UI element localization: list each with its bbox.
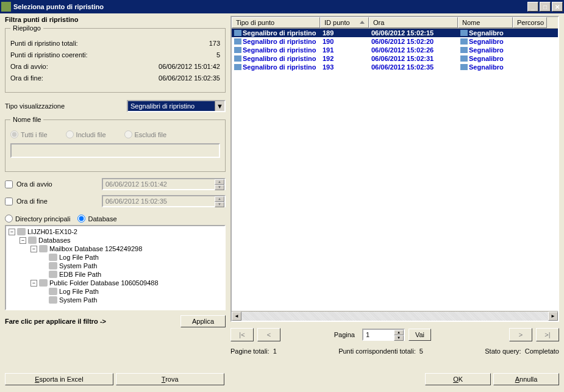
window-title: Seleziona punto di ripristino (13, 3, 527, 10)
collapse-icon[interactable]: − (30, 280, 37, 287)
col-header-id[interactable]: ID punto (320, 17, 369, 28)
end-time-input: 06/06/2012 15:02:35 ▲▼ (102, 195, 226, 207)
matching-points-value: 5 (419, 347, 423, 355)
maximize-button[interactable]: □ (540, 2, 551, 12)
cancel-button[interactable]: Annulla (493, 373, 559, 385)
spinner-down-icon[interactable]: ▼ (394, 335, 404, 341)
cell-tipo: Segnalibro di ripristino (243, 29, 316, 37)
next-page-button[interactable]: > (509, 328, 532, 341)
include-files-radio: Includi file (66, 130, 106, 138)
cell-tipo: Segnalibro di ripristino (243, 46, 316, 54)
page-number-input[interactable]: 1 ▲▼ (362, 329, 405, 341)
filename-legend: Nome file (10, 116, 43, 123)
find-button[interactable]: Trova (116, 373, 224, 385)
chevron-down-icon: ▼ (215, 101, 224, 111)
page-label: Pagina (284, 331, 359, 338)
query-status-value: Completato (525, 347, 559, 355)
bookmark-icon (234, 47, 241, 53)
go-button[interactable]: Vai (409, 329, 431, 341)
cell-tipo: Segnalibro di ripristino (243, 55, 316, 62)
summary-legend: Riepilogo (10, 24, 43, 32)
last-page-button[interactable]: >| (536, 328, 559, 341)
view-type-label: Tipo visualizzazione (5, 102, 127, 110)
cell-nome: Segnalibro (469, 29, 504, 37)
tree-leaf-logpath[interactable]: Log File Path (7, 253, 223, 262)
table-row[interactable]: Segnalibro di ripristino18906/06/2012 15… (232, 29, 558, 37)
cell-ora: 06/06/2012 15:02:31 (369, 54, 458, 63)
titlebar: Seleziona punto di ripristino _ □ ✕ (0, 0, 564, 13)
end-time-value: 06/06/2012 15:02:35 (159, 74, 220, 82)
tree-leaf-syspath[interactable]: System Path (7, 262, 223, 270)
database-icon (49, 296, 57, 304)
tree-node-server[interactable]: −LIJZH01-EX10-2 (7, 227, 223, 236)
database-icon (49, 254, 57, 261)
total-pages-value: 1 (273, 347, 277, 355)
start-time-checkbox[interactable] (5, 180, 13, 188)
total-pages-label: Pagine totali: (230, 347, 270, 355)
table-row[interactable]: Segnalibro di ripristino19006/06/2012 15… (232, 37, 558, 46)
cell-percorso (513, 63, 547, 71)
pagination-bar: |< < Pagina 1 ▲▼ Vai > >| (230, 328, 559, 341)
start-time-input: 06/06/2012 15:01:42 ▲▼ (102, 178, 226, 190)
tree-node-mailbox[interactable]: −Mailbox Database 1254249298 (7, 244, 223, 253)
cell-id: 191 (320, 46, 369, 54)
view-type-dropdown[interactable]: Segnalibri di ripristino ▼ (127, 100, 226, 112)
total-points-value: 173 (209, 40, 220, 47)
spinner-up-icon[interactable]: ▲ (394, 330, 404, 335)
main-directories-radio[interactable]: Directory principali (5, 215, 70, 223)
scroll-track[interactable] (241, 312, 548, 321)
table-row[interactable]: Segnalibro di ripristino19206/06/2012 15… (232, 54, 558, 63)
minimize-button[interactable]: _ (527, 2, 538, 12)
database-tree[interactable]: −LIJZH01-EX10-2 −Databases −Mailbox Data… (5, 225, 226, 310)
cell-nome: Segnalibro (469, 46, 504, 54)
scroll-left-icon[interactable]: ◄ (232, 312, 241, 321)
filter-panel: Filtra punti di ripristino Riepilogo Pun… (0, 13, 230, 372)
end-time-checkbox[interactable] (5, 198, 13, 205)
status-bar: Pagine totali: 1 Punti corrispondenti to… (230, 347, 559, 355)
window-buttons: _ □ ✕ (527, 2, 563, 12)
spinner-up-icon: ▲ (215, 179, 224, 185)
cell-id: 192 (320, 54, 369, 63)
col-header-percorso[interactable]: Percorso (513, 17, 547, 28)
table-row[interactable]: Segnalibro di ripristino19306/06/2012 15… (232, 63, 558, 71)
col-header-tipo[interactable]: Tipo di punto (232, 17, 320, 28)
collapse-icon[interactable]: − (20, 237, 26, 244)
apply-button[interactable]: Applica (180, 315, 226, 327)
tree-leaf-edbpath[interactable]: EDB File Path (7, 270, 223, 279)
filename-input (10, 143, 220, 158)
app-icon (1, 2, 11, 12)
start-time-label: Ora di avvio: (10, 63, 48, 70)
database-radio[interactable]: Database (77, 215, 116, 223)
col-header-ora[interactable]: Ora (369, 17, 458, 28)
tree-node-pubfolder[interactable]: −Public Folder Database 1060509488 (7, 279, 223, 287)
cell-ora: 06/06/2012 15:02:26 (369, 46, 458, 54)
prev-page-button[interactable]: < (257, 328, 280, 341)
bookmark-icon (234, 64, 241, 70)
horizontal-scrollbar[interactable]: ◄ ► (232, 311, 558, 321)
collapse-icon[interactable]: − (9, 229, 15, 235)
col-header-nome[interactable]: Nome (458, 17, 513, 28)
first-page-button[interactable]: |< (230, 328, 254, 341)
bookmark-icon (234, 30, 241, 36)
tree-leaf-syspath[interactable]: System Path (7, 296, 223, 304)
cell-id: 190 (320, 37, 369, 46)
bookmark-icon (460, 64, 468, 70)
cell-ora: 06/06/2012 15:02:35 (369, 63, 458, 71)
cell-nome: Segnalibro (469, 63, 504, 71)
ok-button[interactable]: OK (425, 373, 491, 385)
export-excel-button[interactable]: Esporta in Excel (5, 373, 113, 385)
close-button[interactable]: ✕ (552, 2, 563, 12)
table-body[interactable]: Segnalibro di ripristino18906/06/2012 15… (232, 29, 558, 311)
tree-node-databases[interactable]: −Databases (7, 236, 223, 244)
cell-percorso (513, 37, 547, 46)
cell-ora: 06/06/2012 15:02:15 (369, 29, 458, 37)
filename-group: Nome file Tutti i file Includi file Escl… (5, 116, 226, 172)
bookmark-icon (460, 47, 468, 53)
scroll-right-icon[interactable]: ► (548, 312, 558, 321)
tree-leaf-logpath[interactable]: Log File Path (7, 287, 223, 296)
cell-tipo: Segnalibro di ripristino (243, 63, 316, 71)
table-row[interactable]: Segnalibro di ripristino19106/06/2012 15… (232, 46, 558, 54)
cell-nome: Segnalibro (469, 55, 504, 62)
collapse-icon[interactable]: − (30, 246, 37, 252)
cell-percorso (513, 54, 547, 63)
